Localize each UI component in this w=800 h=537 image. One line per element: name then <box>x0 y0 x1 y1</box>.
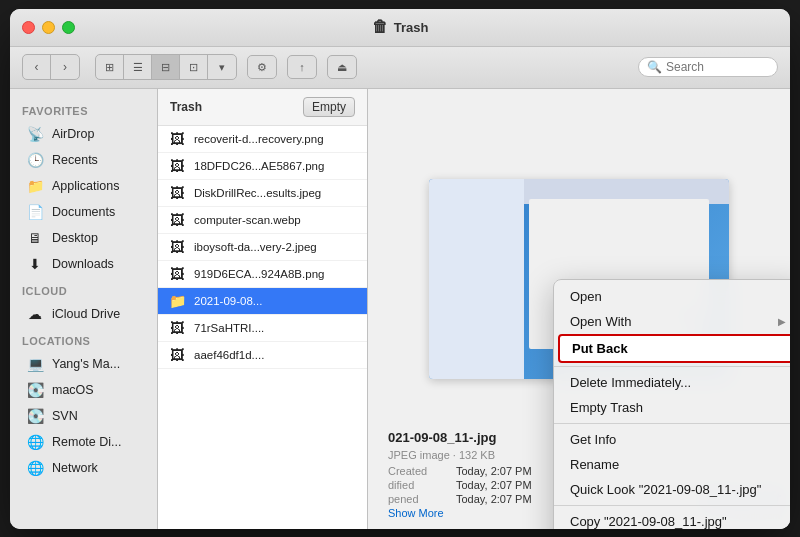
back-button[interactable]: ‹ <box>23 55 51 79</box>
sidebar-item-macos[interactable]: 💽 macOS <box>14 377 153 403</box>
toolbar: ‹ › ⊞ ☰ ⊟ ⊡ ▾ ⚙ ↑ ⏏ 🔍 <box>10 47 790 89</box>
sidebar-item-label: macOS <box>52 383 94 397</box>
sidebar-item-label: Remote Di... <box>52 435 121 449</box>
menu-item-copy[interactable]: Copy "2021-09-08_11-.jpg" <box>554 509 790 529</box>
locations-label: Locations <box>10 327 157 351</box>
folder-name: Trash <box>170 100 202 114</box>
menu-label: Rename <box>570 457 619 472</box>
list-item[interactable]: 🖼 iboysoft-da...very-2.jpeg <box>158 234 367 261</box>
file-name: 2021-09-08... <box>194 295 357 307</box>
search-input[interactable] <box>666 60 769 74</box>
file-icon: 🖼 <box>168 320 186 336</box>
menu-item-quick-look[interactable]: Quick Look "2021-09-08_11-.jpg" <box>554 477 790 502</box>
search-box[interactable]: 🔍 <box>638 57 778 77</box>
sidebar-item-label: SVN <box>52 409 78 423</box>
menu-label: Quick Look "2021-09-08_11-.jpg" <box>570 482 761 497</box>
airdrop-icon: 📡 <box>26 126 44 142</box>
favorites-label: Favorites <box>10 97 157 121</box>
desktop-icon: 🖥 <box>26 230 44 246</box>
applications-icon: 📁 <box>26 178 44 194</box>
trash-title-icon: 🗑 <box>372 18 388 36</box>
maximize-button[interactable] <box>62 21 75 34</box>
menu-separator <box>554 366 790 367</box>
menu-label: Empty Trash <box>570 400 643 415</box>
mac-icon: 💻 <box>26 356 44 372</box>
folder-icon: 📁 <box>168 293 186 309</box>
sidebar-item-applications[interactable]: 📁 Applications <box>14 173 153 199</box>
list-item-selected[interactable]: 📁 2021-09-08... <box>158 288 367 315</box>
sidebar-item-network[interactable]: 🌐 Network <box>14 455 153 481</box>
list-item[interactable]: 🖼 aaef46df1d.... <box>158 342 367 369</box>
menu-label: Open With <box>570 314 631 329</box>
documents-icon: 📄 <box>26 204 44 220</box>
remote-icon: 🌐 <box>26 434 44 450</box>
list-item[interactable]: 🖼 919D6ECA...924A8B.png <box>158 261 367 288</box>
nav-buttons: ‹ › <box>22 54 80 80</box>
created-label: Created <box>388 465 448 477</box>
sidebar-item-yangs-mac[interactable]: 💻 Yang's Ma... <box>14 351 153 377</box>
gallery-view-button[interactable]: ⊡ <box>180 55 208 79</box>
menu-item-delete-immediately[interactable]: Delete Immediately... <box>554 370 790 395</box>
sidebar-item-label: Yang's Ma... <box>52 357 120 371</box>
file-name: 919D6ECA...924A8B.png <box>194 268 357 280</box>
menu-item-open[interactable]: Open <box>554 284 790 309</box>
menu-item-empty-trash[interactable]: Empty Trash <box>554 395 790 420</box>
view-buttons: ⊞ ☰ ⊟ ⊡ ▾ <box>95 54 237 80</box>
eject-button[interactable]: ⏏ <box>327 55 357 79</box>
sidebar-item-icloud-drive[interactable]: ☁ iCloud Drive <box>14 301 153 327</box>
forward-button[interactable]: › <box>51 55 79 79</box>
sidebar-item-recents[interactable]: 🕒 Recents <box>14 147 153 173</box>
file-icon: 🖼 <box>168 347 186 363</box>
empty-button[interactable]: Empty <box>303 97 355 117</box>
modified-label: dified <box>388 479 448 491</box>
sidebar-item-label: Network <box>52 461 98 475</box>
sidebar-item-airdrop[interactable]: 📡 AirDrop <box>14 121 153 147</box>
network-icon: 🌐 <box>26 460 44 476</box>
icloud-icon: ☁ <box>26 306 44 322</box>
sidebar-item-desktop[interactable]: 🖥 Desktop <box>14 225 153 251</box>
sidebar-item-label: Recents <box>52 153 98 167</box>
file-name: 71rSaHTRI.... <box>194 322 357 334</box>
downloads-icon: ⬇ <box>26 256 44 272</box>
traffic-lights <box>22 21 75 34</box>
menu-separator <box>554 505 790 506</box>
show-more-link[interactable]: Show More <box>388 507 444 519</box>
file-name: computer-scan.webp <box>194 214 357 226</box>
share-button[interactable]: ↑ <box>287 55 317 79</box>
sidebar: Favorites 📡 AirDrop 🕒 Recents 📁 Applicat… <box>10 89 158 529</box>
menu-item-open-with[interactable]: Open With ▶ <box>554 309 790 334</box>
sidebar-item-label: Applications <box>52 179 119 193</box>
file-icon: 🖼 <box>168 239 186 255</box>
menu-item-rename[interactable]: Rename <box>554 452 790 477</box>
menu-item-get-info[interactable]: Get Info <box>554 427 790 452</box>
sidebar-item-remote-di[interactable]: 🌐 Remote Di... <box>14 429 153 455</box>
sidebar-item-downloads[interactable]: ⬇ Downloads <box>14 251 153 277</box>
menu-label: Get Info <box>570 432 616 447</box>
settings-button[interactable]: ⚙ <box>247 55 277 79</box>
file-icon: 🖼 <box>168 158 186 174</box>
close-button[interactable] <box>22 21 35 34</box>
column-view-button[interactable]: ⊟ <box>152 55 180 79</box>
sidebar-item-label: Documents <box>52 205 115 219</box>
sidebar-item-svn[interactable]: 💽 SVN <box>14 403 153 429</box>
list-view-button[interactable]: ☰ <box>124 55 152 79</box>
list-item[interactable]: 🖼 recoverit-d...recovery.png <box>158 126 367 153</box>
list-item[interactable]: 🖼 DiskDrillRec...esults.jpeg <box>158 180 367 207</box>
macos-icon: 💽 <box>26 382 44 398</box>
list-item[interactable]: 🖼 18DFDC26...AE5867.png <box>158 153 367 180</box>
sidebar-item-documents[interactable]: 📄 Documents <box>14 199 153 225</box>
context-menu: Open Open With ▶ Put Back Delete Immedia… <box>553 279 790 529</box>
icloud-label: iCloud <box>10 277 157 301</box>
window-title: 🗑 Trash <box>372 18 429 36</box>
minimize-button[interactable] <box>42 21 55 34</box>
menu-label: Delete Immediately... <box>570 375 691 390</box>
icon-view-button[interactable]: ⊞ <box>96 55 124 79</box>
file-name: iboysoft-da...very-2.jpeg <box>194 241 357 253</box>
submenu-arrow: ▶ <box>778 316 786 327</box>
menu-item-put-back[interactable]: Put Back <box>558 334 790 363</box>
view-options-button[interactable]: ▾ <box>208 55 236 79</box>
file-name: recoverit-d...recovery.png <box>194 133 357 145</box>
title-text: Trash <box>394 20 429 35</box>
list-item[interactable]: 🖼 71rSaHTRI.... <box>158 315 367 342</box>
list-item[interactable]: 🖼 computer-scan.webp <box>158 207 367 234</box>
